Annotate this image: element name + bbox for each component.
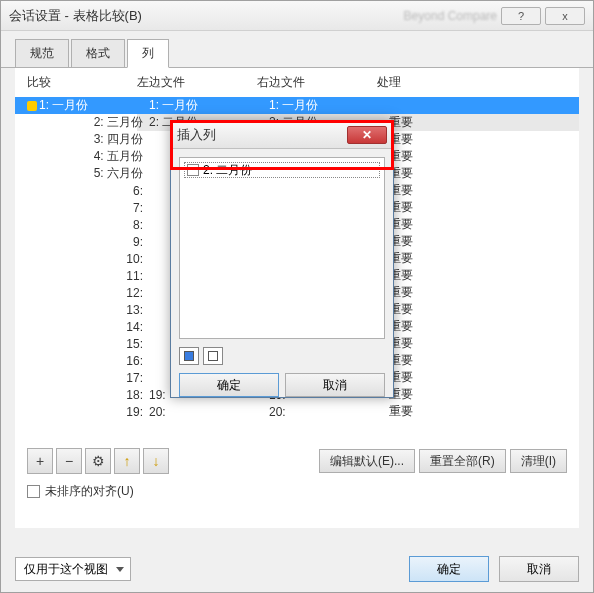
cell-compare: 12: (39, 286, 149, 300)
cell-compare: 2: 三月份 (39, 114, 149, 131)
app-name-faded: Beyond Compare (404, 9, 497, 23)
cell-right: 1: 一月份 (269, 97, 389, 114)
help-button[interactable]: ? (501, 7, 541, 25)
uncheck-all-button[interactable] (203, 347, 223, 365)
footer: 仅用于这个视图 确定 取消 (15, 556, 579, 582)
cell-compare: 8: (39, 218, 149, 232)
col-right: 右边文件 (257, 74, 377, 91)
cell-handle: 重要 (389, 267, 579, 284)
cell-compare: 11: (39, 269, 149, 283)
unsorted-align-row[interactable]: 未排序的对齐(U) (27, 483, 134, 500)
toolbar: + − ⚙ ↑ ↓ 编辑默认(E)... 重置全部(R) 清理(I) (27, 448, 567, 474)
table-row[interactable]: 1: 一月份1: 一月份1: 一月份 (15, 97, 579, 114)
scope-combo[interactable]: 仅用于这个视图 (15, 557, 131, 581)
cell-left: 1: 一月份 (149, 97, 269, 114)
cell-compare: 1: 一月份 (39, 97, 149, 114)
cell-left: 20: (149, 405, 269, 419)
cell-compare: 16: (39, 354, 149, 368)
unsorted-align-checkbox[interactable] (27, 485, 40, 498)
cell-handle: 重要 (389, 250, 579, 267)
ok-button[interactable]: 确定 (409, 556, 489, 582)
cell-compare: 15: (39, 337, 149, 351)
cell-compare: 9: (39, 235, 149, 249)
tab-columns[interactable]: 列 (127, 39, 169, 68)
dialog-cancel-button[interactable]: 取消 (285, 373, 385, 397)
cell-compare: 7: (39, 201, 149, 215)
dialog-close-button[interactable]: ✕ (347, 126, 387, 144)
dialog-toggles (179, 347, 385, 365)
settings-button[interactable]: ⚙ (85, 448, 111, 474)
cell-handle: 重要 (389, 199, 579, 216)
dialog-title: 插入列 (177, 126, 347, 144)
edit-default-button[interactable]: 编辑默认(E)... (319, 449, 415, 473)
col-left: 左边文件 (137, 74, 257, 91)
dialog-item-checkbox[interactable] (187, 164, 199, 176)
cell-right: 20: (269, 405, 389, 419)
cell-handle: 重要 (389, 386, 579, 403)
cell-handle: 重要 (389, 352, 579, 369)
cell-handle: 重要 (389, 335, 579, 352)
key-icon (27, 101, 37, 111)
cell-compare: 6: (39, 184, 149, 198)
tab-spec[interactable]: 规范 (15, 39, 69, 67)
cell-compare: 19: (39, 405, 149, 419)
cell-compare: 18: (39, 388, 149, 402)
dialog-titlebar: 插入列 ✕ (171, 121, 393, 149)
dialog-ok-button[interactable]: 确定 (179, 373, 279, 397)
close-button[interactable]: x (545, 7, 585, 25)
reset-all-button[interactable]: 重置全部(R) (419, 449, 506, 473)
dialog-item-label: 2: 二月份 (203, 162, 252, 179)
add-button[interactable]: + (27, 448, 53, 474)
cell-compare: 10: (39, 252, 149, 266)
cell-handle: 重要 (389, 318, 579, 335)
cell-handle: 重要 (389, 301, 579, 318)
cell-compare: 5: 六月份 (39, 165, 149, 182)
cell-handle: 重要 (389, 216, 579, 233)
move-up-button[interactable]: ↑ (114, 448, 140, 474)
remove-button[interactable]: − (56, 448, 82, 474)
cell-handle: 重要 (389, 403, 579, 420)
cell-handle: 重要 (389, 182, 579, 199)
dialog-buttons: 确定 取消 (179, 373, 385, 397)
cell-compare: 4: 五月份 (39, 148, 149, 165)
move-down-button[interactable]: ↓ (143, 448, 169, 474)
col-handle: 处理 (377, 74, 579, 91)
unsorted-align-label: 未排序的对齐(U) (45, 483, 134, 500)
table-row[interactable]: 19:20:20:重要 (15, 403, 579, 420)
cell-handle: 重要 (389, 131, 579, 148)
dialog-list-item[interactable]: 2: 二月份 (184, 162, 380, 178)
cell-compare: 17: (39, 371, 149, 385)
scope-combo-label: 仅用于这个视图 (24, 561, 108, 578)
col-compare: 比较 (27, 74, 137, 91)
grid-header: 比较 左边文件 右边文件 处理 (15, 68, 579, 97)
window-title: 会话设置 - 表格比较(B) (9, 7, 400, 25)
cell-handle: 重要 (389, 233, 579, 250)
cell-handle: 重要 (389, 369, 579, 386)
dialog-list[interactable]: 2: 二月份 (179, 157, 385, 339)
cancel-button[interactable]: 取消 (499, 556, 579, 582)
cell-handle: 重要 (389, 114, 579, 131)
titlebar: 会话设置 - 表格比较(B) Beyond Compare ? x (1, 1, 593, 31)
tabs: 规范 格式 列 (1, 31, 593, 68)
cell-handle: 重要 (389, 165, 579, 182)
tab-format[interactable]: 格式 (71, 39, 125, 67)
cell-handle: 重要 (389, 284, 579, 301)
cell-handle: 重要 (389, 148, 579, 165)
clear-button[interactable]: 清理(I) (510, 449, 567, 473)
cell-compare: 13: (39, 303, 149, 317)
cell-compare: 14: (39, 320, 149, 334)
cell-compare: 3: 四月份 (39, 131, 149, 148)
insert-column-dialog: 插入列 ✕ 2: 二月份 确定 取消 (170, 120, 394, 398)
check-all-button[interactable] (179, 347, 199, 365)
